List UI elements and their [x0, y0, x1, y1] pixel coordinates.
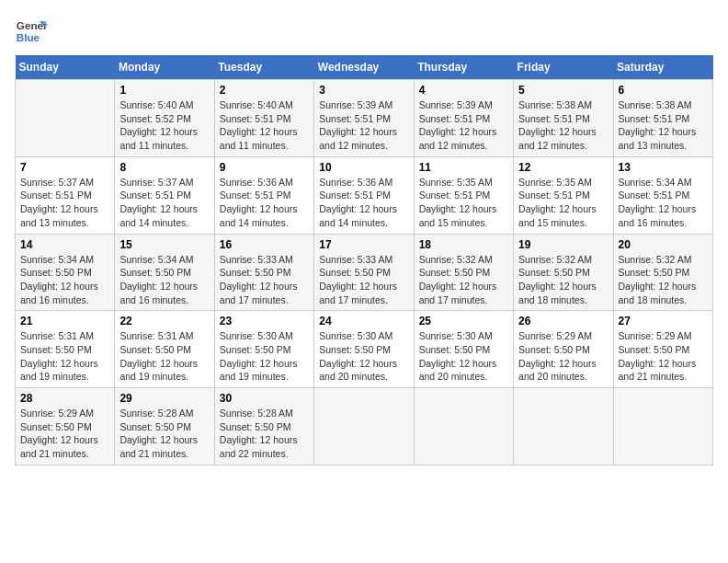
day-number: 7 [20, 161, 109, 174]
day-number: 15 [119, 238, 209, 251]
day-cell: 3Sunrise: 5:39 AMSunset: 5:51 PMDaylight… [314, 80, 414, 157]
day-number: 5 [518, 84, 608, 97]
day-info: Sunrise: 5:29 AMSunset: 5:50 PMDaylight:… [619, 329, 708, 384]
day-cell: 12Sunrise: 5:35 AMSunset: 5:51 PMDayligh… [514, 156, 613, 234]
day-cell: 5Sunrise: 5:38 AMSunset: 5:51 PMDaylight… [514, 80, 613, 157]
day-number: 3 [319, 84, 408, 97]
day-cell: 10Sunrise: 5:36 AMSunset: 5:51 PMDayligh… [314, 156, 414, 234]
day-cell: 14Sunrise: 5:34 AMSunset: 5:50 PMDayligh… [16, 234, 115, 311]
day-number: 19 [518, 238, 608, 251]
day-info: Sunrise: 5:38 AMSunset: 5:51 PMDaylight:… [619, 98, 708, 153]
day-cell [414, 388, 513, 465]
week-row-1: 1Sunrise: 5:40 AMSunset: 5:52 PMDaylight… [16, 80, 713, 157]
column-header-saturday: Saturday [613, 55, 712, 80]
day-cell: 30Sunrise: 5:28 AMSunset: 5:50 PMDayligh… [214, 388, 313, 465]
day-cell: 23Sunrise: 5:30 AMSunset: 5:50 PMDayligh… [214, 311, 313, 388]
day-info: Sunrise: 5:38 AMSunset: 5:51 PMDaylight:… [518, 98, 608, 153]
day-cell: 7Sunrise: 5:37 AMSunset: 5:51 PMDaylight… [16, 156, 115, 234]
day-cell: 18Sunrise: 5:32 AMSunset: 5:50 PMDayligh… [414, 234, 513, 311]
day-cell: 17Sunrise: 5:33 AMSunset: 5:50 PMDayligh… [314, 234, 414, 311]
day-cell [613, 388, 712, 465]
page-header: General Blue [15, 15, 713, 48]
day-number: 22 [119, 315, 209, 327]
day-number: 4 [419, 84, 508, 97]
day-number: 30 [220, 392, 309, 405]
day-cell: 15Sunrise: 5:34 AMSunset: 5:50 PMDayligh… [115, 234, 214, 311]
column-header-sunday: Sunday [16, 55, 115, 80]
day-info: Sunrise: 5:39 AMSunset: 5:51 PMDaylight:… [319, 98, 408, 153]
day-cell: 11Sunrise: 5:35 AMSunset: 5:51 PMDayligh… [414, 156, 513, 234]
day-cell: 27Sunrise: 5:29 AMSunset: 5:50 PMDayligh… [613, 311, 712, 388]
day-cell: 26Sunrise: 5:29 AMSunset: 5:50 PMDayligh… [514, 311, 613, 388]
svg-text:Blue: Blue [17, 31, 40, 43]
day-cell: 8Sunrise: 5:37 AMSunset: 5:51 PMDaylight… [115, 156, 214, 234]
day-info: Sunrise: 5:28 AMSunset: 5:50 PMDaylight:… [119, 407, 209, 461]
day-info: Sunrise: 5:29 AMSunset: 5:50 PMDaylight:… [20, 407, 109, 461]
day-info: Sunrise: 5:35 AMSunset: 5:51 PMDaylight:… [419, 176, 508, 230]
day-number: 21 [20, 315, 109, 327]
day-info: Sunrise: 5:33 AMSunset: 5:50 PMDaylight:… [319, 253, 408, 307]
day-cell: 16Sunrise: 5:33 AMSunset: 5:50 PMDayligh… [214, 234, 313, 311]
day-number: 12 [518, 161, 608, 174]
day-number: 25 [419, 315, 508, 327]
day-number: 28 [20, 392, 109, 405]
column-header-wednesday: Wednesday [314, 55, 414, 80]
day-info: Sunrise: 5:32 AMSunset: 5:50 PMDaylight:… [518, 253, 608, 307]
week-row-5: 28Sunrise: 5:29 AMSunset: 5:50 PMDayligh… [16, 388, 713, 465]
day-cell: 25Sunrise: 5:30 AMSunset: 5:50 PMDayligh… [414, 311, 513, 388]
day-number: 27 [619, 315, 708, 327]
day-number: 1 [119, 84, 209, 97]
day-cell: 1Sunrise: 5:40 AMSunset: 5:52 PMDaylight… [115, 80, 214, 157]
day-number: 6 [619, 84, 708, 97]
day-info: Sunrise: 5:30 AMSunset: 5:50 PMDaylight:… [220, 329, 309, 384]
day-info: Sunrise: 5:39 AMSunset: 5:51 PMDaylight:… [419, 98, 508, 153]
day-number: 26 [518, 315, 608, 327]
day-number: 18 [419, 238, 508, 251]
day-number: 10 [319, 161, 408, 174]
day-cell: 9Sunrise: 5:36 AMSunset: 5:51 PMDaylight… [214, 156, 313, 234]
day-number: 20 [619, 238, 708, 251]
day-info: Sunrise: 5:34 AMSunset: 5:50 PMDaylight:… [20, 253, 109, 307]
day-cell: 6Sunrise: 5:38 AMSunset: 5:51 PMDaylight… [613, 80, 712, 157]
day-number: 9 [220, 161, 309, 174]
day-info: Sunrise: 5:31 AMSunset: 5:50 PMDaylight:… [119, 329, 209, 384]
day-number: 23 [220, 315, 309, 327]
day-number: 24 [319, 315, 408, 327]
day-info: Sunrise: 5:37 AMSunset: 5:51 PMDaylight:… [20, 176, 109, 230]
days-header-row: SundayMondayTuesdayWednesdayThursdayFrid… [16, 55, 713, 80]
day-info: Sunrise: 5:30 AMSunset: 5:50 PMDaylight:… [419, 329, 508, 384]
day-number: 16 [220, 238, 309, 251]
day-cell: 28Sunrise: 5:29 AMSunset: 5:50 PMDayligh… [16, 388, 115, 465]
day-number: 11 [419, 161, 508, 174]
logo-icon: General Blue [15, 15, 48, 48]
day-info: Sunrise: 5:40 AMSunset: 5:51 PMDaylight:… [220, 98, 309, 153]
day-cell: 29Sunrise: 5:28 AMSunset: 5:50 PMDayligh… [115, 388, 214, 465]
day-cell: 21Sunrise: 5:31 AMSunset: 5:50 PMDayligh… [16, 311, 115, 388]
day-info: Sunrise: 5:32 AMSunset: 5:50 PMDaylight:… [419, 253, 508, 307]
day-info: Sunrise: 5:35 AMSunset: 5:51 PMDaylight:… [518, 176, 608, 230]
day-info: Sunrise: 5:29 AMSunset: 5:50 PMDaylight:… [518, 329, 608, 384]
day-info: Sunrise: 5:34 AMSunset: 5:50 PMDaylight:… [119, 253, 209, 307]
svg-text:General: General [17, 19, 48, 31]
day-info: Sunrise: 5:37 AMSunset: 5:51 PMDaylight:… [119, 176, 209, 230]
calendar-table: SundayMondayTuesdayWednesdayThursdayFrid… [15, 55, 713, 465]
day-cell: 2Sunrise: 5:40 AMSunset: 5:51 PMDaylight… [214, 80, 313, 157]
day-info: Sunrise: 5:36 AMSunset: 5:51 PMDaylight:… [319, 176, 408, 230]
day-cell [314, 388, 414, 465]
day-cell [514, 388, 613, 465]
day-number: 13 [619, 161, 708, 174]
day-info: Sunrise: 5:36 AMSunset: 5:51 PMDaylight:… [220, 176, 309, 230]
week-row-4: 21Sunrise: 5:31 AMSunset: 5:50 PMDayligh… [16, 311, 713, 388]
day-cell: 19Sunrise: 5:32 AMSunset: 5:50 PMDayligh… [514, 234, 613, 311]
column-header-thursday: Thursday [414, 55, 513, 80]
day-number: 17 [319, 238, 408, 251]
day-info: Sunrise: 5:31 AMSunset: 5:50 PMDaylight:… [20, 329, 109, 384]
column-header-monday: Monday [115, 55, 214, 80]
day-info: Sunrise: 5:33 AMSunset: 5:50 PMDaylight:… [220, 253, 309, 307]
day-info: Sunrise: 5:34 AMSunset: 5:51 PMDaylight:… [619, 176, 708, 230]
day-cell: 24Sunrise: 5:30 AMSunset: 5:50 PMDayligh… [314, 311, 414, 388]
day-cell: 13Sunrise: 5:34 AMSunset: 5:51 PMDayligh… [613, 156, 712, 234]
day-number: 2 [220, 84, 309, 97]
day-info: Sunrise: 5:30 AMSunset: 5:50 PMDaylight:… [319, 329, 408, 384]
week-row-2: 7Sunrise: 5:37 AMSunset: 5:51 PMDaylight… [16, 156, 713, 234]
